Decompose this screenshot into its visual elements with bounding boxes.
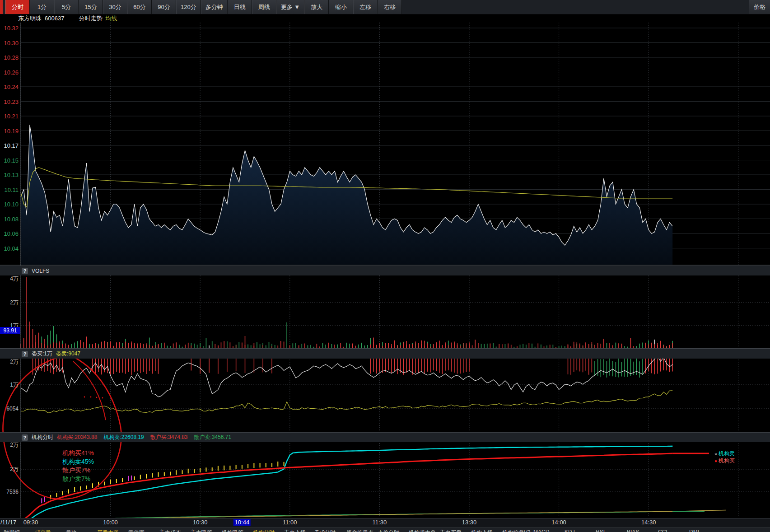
time-label: 14:00 xyxy=(551,519,566,526)
toolbar-button-缩小[interactable]: 缩小 xyxy=(329,0,353,14)
toolbar-button-120分[interactable]: 120分 xyxy=(176,0,201,14)
indicator-tab-小单分时[interactable]: 小单分时 xyxy=(378,529,399,532)
inst-panel-title: 机构分时 xyxy=(32,434,53,441)
price-axis-label: 10.15 xyxy=(0,157,19,163)
crosshair-time-highlight: 10:44 xyxy=(233,519,251,526)
indicator-tab-DMI[interactable]: DMI xyxy=(689,529,699,532)
volume-crosshair-value: 93.91 xyxy=(0,327,20,334)
toolbar-button-右移[interactable]: 右移 xyxy=(378,0,402,14)
price-partial-button[interactable]: 价格 xyxy=(749,0,770,14)
toolbar-button-90分[interactable]: 90分 xyxy=(152,0,176,14)
stock-name: 东方明珠 xyxy=(18,14,42,23)
indicator-tab-主力成本[interactable]: 主力成本 xyxy=(159,529,181,532)
inst-legend-item: ○机构卖 xyxy=(714,450,735,457)
indicator-tab-机构入场[interactable]: 机构入场 xyxy=(471,529,493,532)
stock-code: 600637 xyxy=(45,15,64,22)
indicator-tab-KDJ[interactable]: KDJ xyxy=(565,529,575,532)
indicator-tab-资金临界点[interactable]: 资金临界点 xyxy=(346,529,373,532)
toolbar-button-1分[interactable]: 1分 xyxy=(30,0,54,14)
inst-percent-annotation: 机构买41% xyxy=(62,449,94,457)
price-axis-label: 10.19 xyxy=(0,127,19,134)
price-axis-label: 10.17 xyxy=(0,142,19,149)
indicator-tab-机构超大单[interactable]: 机构超大单 xyxy=(409,529,436,532)
price-axis-label: 10.23 xyxy=(0,98,19,105)
volume-panel-title: VOLFS xyxy=(32,268,49,274)
inst-percent-annotation: 散户买7% xyxy=(62,467,90,475)
indicator-tab-CCI[interactable]: CCI xyxy=(658,529,667,532)
time-label: 14:30 xyxy=(641,519,656,526)
indicator-tab-竞价图[interactable]: 竞价图 xyxy=(128,529,145,532)
indicator-tab-T+0分时[interactable]: T+0分时 xyxy=(315,529,336,532)
ma-toggle[interactable]: 均线 xyxy=(105,14,117,23)
time-label: 13:30 xyxy=(462,519,477,526)
hollow-circle-icon: ○ xyxy=(714,451,717,456)
inst-stat: 机构卖:22608.19 xyxy=(103,434,144,441)
volume-axis-label: 4万 xyxy=(0,275,19,283)
indicator-tab-量比[interactable]: 量比 xyxy=(66,529,77,532)
toolbar-button-左移[interactable]: 左移 xyxy=(353,0,378,14)
indicator-tab-主力入场[interactable]: 主力入场 xyxy=(284,529,306,532)
indicator-tab-成交量[interactable]: 成交量 xyxy=(35,529,51,532)
time-label: 09:30 xyxy=(23,519,38,526)
bidask-axis-label: 2万 xyxy=(0,358,19,366)
toolbar-button-60分[interactable]: 60分 xyxy=(127,0,152,14)
price-axis-label: 10.11 xyxy=(0,186,19,193)
inst-stat: 散户卖:3456.71 xyxy=(194,434,232,441)
bidask-axis-label: 6054 xyxy=(0,406,19,412)
filled-circle-icon: ● xyxy=(714,458,717,463)
time-label: 11:30 xyxy=(373,519,387,526)
toolbar-button-30分[interactable]: 30分 xyxy=(103,0,127,14)
toolbar: 分时1分5分15分30分60分90分120分多分钟日线周线更多 ▼放大缩小左移右… xyxy=(0,0,770,14)
indicator-tab-机构控盘V3[interactable]: 机构控盘V3 xyxy=(502,529,531,532)
toolbar-button-5分[interactable]: 5分 xyxy=(54,0,79,14)
inst-axis-label: 2万 xyxy=(0,441,19,449)
view-label: 分时走势 xyxy=(79,14,102,23)
chart-title: 东方明珠 600637 分时走势 均线 xyxy=(18,14,117,23)
indicator-tab-机构吸筹[interactable]: 机构吸筹 xyxy=(222,529,243,532)
price-axis-label: 10.28 xyxy=(0,54,19,61)
time-label: 10:00 xyxy=(103,519,118,526)
indicator-tab-主力吸筹[interactable]: 主力吸筹 xyxy=(191,529,212,532)
help-icon[interactable]: ? xyxy=(22,434,28,441)
bidask-panel-header: ? 委买:1万 委卖:9047 xyxy=(0,349,770,359)
toolbar-button-日线[interactable]: 日线 xyxy=(228,0,252,14)
time-axis[interactable]: /11/17 09:3010:0010:3011:0011:3013:3014:… xyxy=(0,518,770,527)
toolbar-button-15分[interactable]: 15分 xyxy=(79,0,103,14)
price-axis-label: 10.08 xyxy=(0,215,19,222)
indicator-tab-RSI[interactable]: RSI xyxy=(596,529,605,532)
inst-stat: 散户买:3474.83 xyxy=(150,434,188,441)
indicator-tab-BIAS[interactable]: BIAS xyxy=(627,529,639,532)
time-label: 11:00 xyxy=(283,519,297,526)
indicator-tab-MACD[interactable]: MACD xyxy=(533,529,549,532)
toolbar-button-更多 ▼[interactable]: 更多 ▼ xyxy=(276,0,304,14)
toolbar-button-多分钟[interactable]: 多分钟 xyxy=(201,0,228,14)
volume-panel-header: ? VOLFS xyxy=(0,266,770,275)
app-window: 分时1分5分15分30分60分90分120分多分钟日线周线更多 ▼放大缩小左移右… xyxy=(0,0,770,532)
inst-axis-label: 2万 xyxy=(0,466,19,473)
price-axis-label: 10.04 xyxy=(0,245,19,252)
indicator-tab-bar[interactable]: 时指标成交量量比买卖力道竞价图主力成本主力吸筹机构吸筹机构分时主力入场T+0分时… xyxy=(0,527,770,532)
price-axis-label: 10.06 xyxy=(0,230,19,237)
inst-panel-header: ? 机构分时 机构买:20343.88机构卖:22608.19散户买:3474.… xyxy=(0,432,770,442)
indicator-tab-机构分时[interactable]: 机构分时 xyxy=(253,529,275,532)
price-axis-label: 10.26 xyxy=(0,69,19,75)
indicator-tab-主力买卖[interactable]: 主力买卖 xyxy=(440,529,462,532)
bidask-axis-label: 1万 xyxy=(0,381,19,389)
price-axis-label: 10.10 xyxy=(0,201,19,208)
indicator-tab-买卖力道[interactable]: 买卖力道 xyxy=(97,529,119,532)
indicator-tab-时指标[interactable]: 时指标 xyxy=(4,529,20,532)
inst-percent-annotation: 机构卖45% xyxy=(62,458,94,466)
toolbar-button-分时[interactable]: 分时 xyxy=(5,0,30,14)
price-axis-label: 10.21 xyxy=(0,113,19,120)
toolbar-button-周线[interactable]: 周线 xyxy=(252,0,276,14)
price-axis-label: 10.30 xyxy=(0,39,19,46)
price-axis-label: 10.24 xyxy=(0,84,19,90)
toolbar-button-放大[interactable]: 放大 xyxy=(304,0,329,14)
bid-value: 委买:1万 xyxy=(32,350,52,358)
inst-percent-annotation: 散户卖7% xyxy=(62,475,90,483)
inst-legend-item: ●机构买 xyxy=(714,457,735,465)
help-icon[interactable]: ? xyxy=(22,268,28,274)
inst-stat: 机构买:20343.88 xyxy=(57,434,97,441)
price-axis-label: 10.13 xyxy=(0,172,19,178)
help-icon[interactable]: ? xyxy=(22,351,28,357)
